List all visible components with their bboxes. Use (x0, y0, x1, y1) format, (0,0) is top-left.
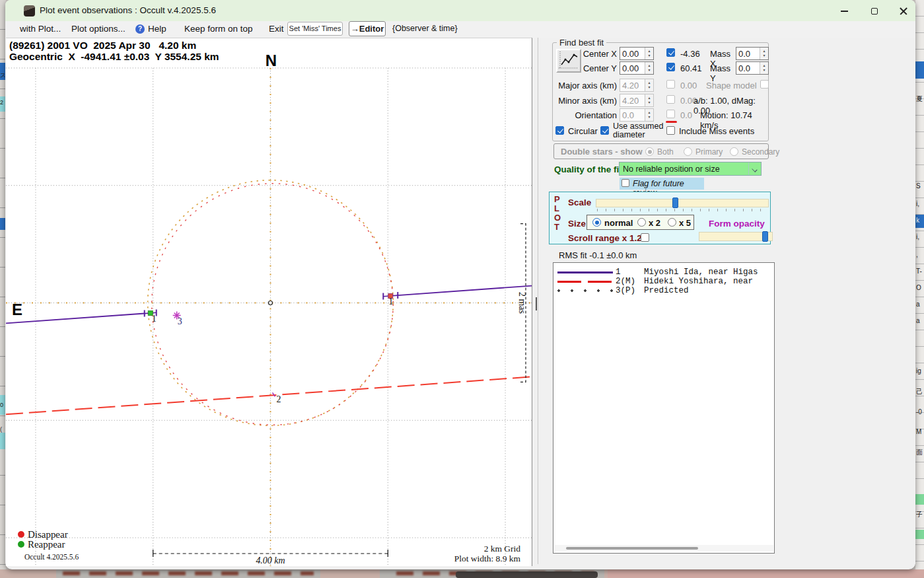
size-x5-radio[interactable] (668, 218, 676, 227)
menu-plot-options[interactable]: Plot options... (71, 24, 125, 34)
chord-2-label: 2 (276, 394, 281, 404)
quality-dropdown[interactable]: No reliable position or size (619, 162, 762, 176)
flag-review-checkbox[interactable] (622, 179, 629, 187)
disappear-dot-icon (18, 531, 24, 538)
scale-bar-label: 4.00 km (256, 556, 285, 565)
scale-slider-thumb[interactable] (672, 198, 678, 208)
mass-y-spinner[interactable]: 0.0 ▴▾ (736, 61, 769, 75)
minor-axis-label: Minor axis (km) (553, 96, 617, 106)
window-title: Plot event observations : Occult v.4.202… (40, 5, 216, 15)
mass-x-spinner[interactable]: 0.0 ▴▾ (736, 47, 769, 60)
observation-row[interactable]: 1 Miyoshi Ida, near Higas (553, 268, 774, 277)
orientation-fit-checkbox (666, 110, 675, 118)
right-sliver-text: a (916, 301, 924, 308)
center-y-fit-checkbox[interactable] (666, 63, 675, 71)
observation-row[interactable]: 2(M) Hideki Yoshihara, near (553, 277, 774, 286)
editor-button[interactable]: →Editor (349, 21, 386, 36)
disappear-label: Disappear (28, 529, 68, 540)
size-x2-radio[interactable] (637, 218, 646, 227)
north-label: N (266, 52, 277, 69)
dropdown-button[interactable] (748, 163, 761, 175)
spin-down-icon[interactable]: ▾ (763, 54, 765, 58)
major-axis-label: Major axis (km) (553, 81, 617, 90)
right-sliver-text: 夏 (916, 94, 924, 104)
double-stars-primary-label: Primary (695, 147, 723, 157)
shape-model-checkbox (760, 80, 769, 89)
circular-checkbox[interactable] (555, 126, 564, 135)
center-axis-orange-dots (6, 68, 532, 566)
menu-keep-form-on-top[interactable]: Keep form on top (184, 24, 253, 34)
right-sliver-text: -0 (916, 408, 924, 415)
reappear-dot-icon (18, 541, 24, 548)
titlebar[interactable]: Plot event observations : Occult v.4.202… (5, 0, 915, 21)
dashed-red-line-icon (557, 281, 613, 283)
spin-down-icon[interactable]: ▾ (763, 68, 765, 73)
spin-down-icon: ▾ (648, 115, 650, 120)
spin-up-icon[interactable]: ▴ (763, 49, 765, 54)
spin-up-icon[interactable]: ▴ (648, 49, 650, 54)
opacity-slider-track[interactable] (699, 232, 773, 241)
use-assumed-diameter-checkbox[interactable] (600, 126, 609, 135)
grid-lines (6, 68, 532, 566)
use-assumed-line2: diameter (613, 130, 645, 139)
menubar: with Plot... Plot options... ? Help Keep… (5, 21, 915, 38)
plot-letter-o: O (554, 213, 561, 223)
observation-name: Hideki Yoshihara, near (644, 277, 753, 286)
minimize-button[interactable] (834, 4, 854, 18)
chord-1-label-left: 1 (152, 314, 157, 324)
spin-up-icon[interactable]: ▴ (763, 63, 765, 68)
menu-with-plot[interactable]: with Plot... (20, 24, 61, 34)
reappear-label: Reappear (28, 539, 65, 550)
quality-label: Quality of the fit (554, 164, 622, 174)
center-x-fit-value: -4.36 (680, 49, 700, 59)
double-stars-title: Double stars - show (561, 147, 643, 157)
flag-review-row: Flag for future review (620, 178, 704, 190)
maximize-button[interactable] (865, 4, 884, 18)
center-x-label: Center X (553, 49, 617, 59)
set-miss-times-button[interactable]: Set 'Miss' Times (287, 22, 343, 36)
scale-slider-track[interactable] (596, 199, 769, 207)
spin-down-icon[interactable]: ▾ (648, 54, 650, 58)
center-y-spinner[interactable]: 0.00 ▴▾ (620, 61, 654, 75)
occultation-plot-canvas[interactable]: 1 1 3 2 2 mas (89261) 2001 VO 2025 Apr 3… (6, 38, 532, 566)
plot-settings-panel: P L O T Scale Size normal x 2 x 5 Form o… (549, 192, 771, 244)
background-window-right-sliver: 夏 S i, k i, , T- O a a ig 己 -0 M 面 子 (915, 0, 924, 578)
right-sliver-text: i, (916, 233, 924, 240)
help-icon[interactable]: ? (135, 24, 145, 34)
right-sliver-text: O (916, 284, 924, 291)
menu-help[interactable]: Help (148, 24, 166, 34)
major-axis-spinner: 4.20 ▴▾ (620, 79, 654, 92)
right-sliver-green-row (915, 494, 924, 505)
observation-id: 3(P) (616, 286, 635, 295)
spin-up-icon: ▴ (648, 81, 650, 85)
scroll-range-checkbox[interactable] (641, 233, 649, 242)
horizontal-scrollbar[interactable] (554, 545, 773, 552)
plot-letter-p: P (554, 194, 560, 204)
scale-label: Scale (568, 198, 591, 207)
scale-slider-ticks (597, 209, 767, 211)
spin-up-icon: ▴ (648, 110, 650, 115)
use-assumed-line1: Use assumed (613, 122, 663, 131)
spin-down-icon[interactable]: ▾ (648, 68, 650, 73)
observation-row[interactable]: 3(P) Predicted (553, 286, 774, 295)
splitter-handle[interactable] (536, 297, 537, 310)
close-button[interactable] (894, 4, 913, 18)
spin-up-icon[interactable]: ▴ (648, 63, 650, 68)
center-x-spinner[interactable]: 0.00 ▴▾ (620, 47, 654, 60)
miss-event-line-icon (666, 121, 677, 123)
observations-listbox[interactable]: 1 Miyoshi Ida, near Higas 2(M) Hideki Yo… (553, 262, 775, 554)
opacity-slider-thumb[interactable] (762, 231, 768, 242)
major-axis-fit-checkbox (666, 80, 675, 89)
chord-2[interactable] (6, 377, 532, 414)
menu-observer-time[interactable]: {Observer & time} (392, 24, 458, 33)
include-miss-events-checkbox[interactable] (666, 126, 675, 135)
taskbar-block (608, 569, 924, 578)
menu-exit[interactable]: Exit (269, 24, 284, 34)
quality-value: No reliable position or size (623, 164, 720, 174)
right-sliver-text: i, (916, 200, 924, 207)
major-axis-fit-value: 0.00 (680, 81, 697, 90)
center-x-fit-checkbox[interactable] (666, 48, 675, 57)
size-normal-radio[interactable] (592, 218, 601, 227)
screenshot-root: { "window": { "title": "Plot event obser… (0, 0, 924, 578)
scrollbar-thumb[interactable] (566, 547, 698, 550)
